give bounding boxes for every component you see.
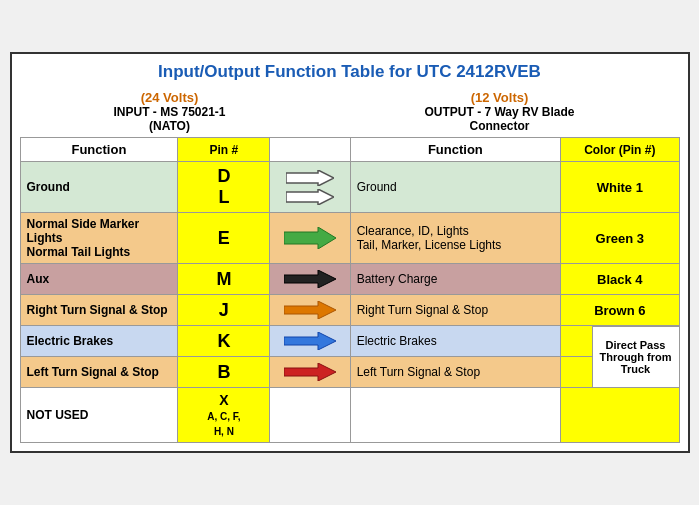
arrow-cell	[270, 295, 350, 326]
arrow-cell	[270, 213, 350, 264]
func-out-cell: Clearance, ID, LightsTail, Marker, Licen…	[350, 213, 560, 264]
input-sublabel: (NATO)	[20, 119, 320, 133]
main-container: Input/Output Function Table for UTC 2412…	[10, 52, 690, 453]
table-row: NOT USEDXA, C, F,H, N	[20, 388, 679, 443]
column-headers: (24 Volts) INPUT - MS 75021-1 (NATO) (12…	[20, 90, 680, 133]
func-in-cell: Left Turn Signal & Stop	[20, 357, 178, 388]
func-out-cell: Right Turn Signal & Stop	[350, 295, 560, 326]
table-row: Normal Side Marker LightsNormal Tail Lig…	[20, 213, 679, 264]
pin-cell: XA, C, F,H, N	[178, 388, 270, 443]
input-header: (24 Volts) INPUT - MS 75021-1 (NATO)	[20, 90, 320, 133]
th-pin: Pin #	[178, 138, 270, 162]
color-cell: Black 4	[561, 264, 679, 295]
input-label: INPUT - MS 75021-1	[20, 105, 320, 119]
table-row: Left Turn Signal & StopBLeft Turn Signal…	[20, 357, 679, 388]
arrow-cell	[270, 326, 350, 357]
output-header: (12 Volts) OUTPUT - 7 Way RV Blade Conne…	[320, 90, 680, 133]
side-note: Direct Pass Through from Truck	[592, 326, 680, 388]
func-in-cell: Electric Brakes	[20, 326, 178, 357]
pin-cell: E	[178, 213, 270, 264]
svg-marker-3	[284, 270, 336, 288]
arrow-cell	[270, 162, 350, 213]
output-sublabel: Connector	[320, 119, 680, 133]
color-cell: White 1	[561, 162, 679, 213]
svg-marker-4	[284, 301, 336, 319]
pin-cell: J	[178, 295, 270, 326]
arrow-cell	[270, 264, 350, 295]
func-in-cell: NOT USED	[20, 388, 178, 443]
main-table: Function Pin # Function Color (Pin #) Gr…	[20, 137, 680, 443]
th-function-in: Function	[20, 138, 178, 162]
th-arrow	[270, 138, 350, 162]
func-in-cell: Aux	[20, 264, 178, 295]
table-row: AuxMBattery ChargeBlack 4	[20, 264, 679, 295]
table-row: Electric BrakesKElectric BrakesBlue 2	[20, 326, 679, 357]
svg-marker-1	[286, 189, 334, 205]
output-label: OUTPUT - 7 Way RV Blade	[320, 105, 680, 119]
arrow-cell	[270, 357, 350, 388]
color-cell: Green 3	[561, 213, 679, 264]
pin-cell: K	[178, 326, 270, 357]
svg-marker-0	[286, 170, 334, 186]
arrow-cell	[270, 388, 350, 443]
table-row: GroundDLGroundWhite 1	[20, 162, 679, 213]
pin-cell: B	[178, 357, 270, 388]
func-out-cell: Electric Brakes	[350, 326, 560, 357]
func-out-cell: Battery Charge	[350, 264, 560, 295]
table-wrapper: Function Pin # Function Color (Pin #) Gr…	[20, 137, 680, 443]
svg-marker-6	[284, 363, 336, 381]
func-in-cell: Ground	[20, 162, 178, 213]
func-in-cell: Normal Side Marker LightsNormal Tail Lig…	[20, 213, 178, 264]
table-row: Right Turn Signal & StopJRight Turn Sign…	[20, 295, 679, 326]
output-volts: (12 Volts)	[320, 90, 680, 105]
svg-marker-2	[284, 227, 336, 249]
func-out-cell: Ground	[350, 162, 560, 213]
func-out-cell: Left Turn Signal & Stop	[350, 357, 560, 388]
th-color: Color (Pin #)	[561, 138, 679, 162]
svg-marker-5	[284, 332, 336, 350]
th-function-out: Function	[350, 138, 560, 162]
color-cell: Brown 6	[561, 295, 679, 326]
pin-cell: M	[178, 264, 270, 295]
func-out-cell	[350, 388, 560, 443]
pin-cell: DL	[178, 162, 270, 213]
input-volts: (24 Volts)	[20, 90, 320, 105]
page-title: Input/Output Function Table for UTC 2412…	[20, 62, 680, 82]
func-in-cell: Right Turn Signal & Stop	[20, 295, 178, 326]
color-cell	[561, 388, 679, 443]
